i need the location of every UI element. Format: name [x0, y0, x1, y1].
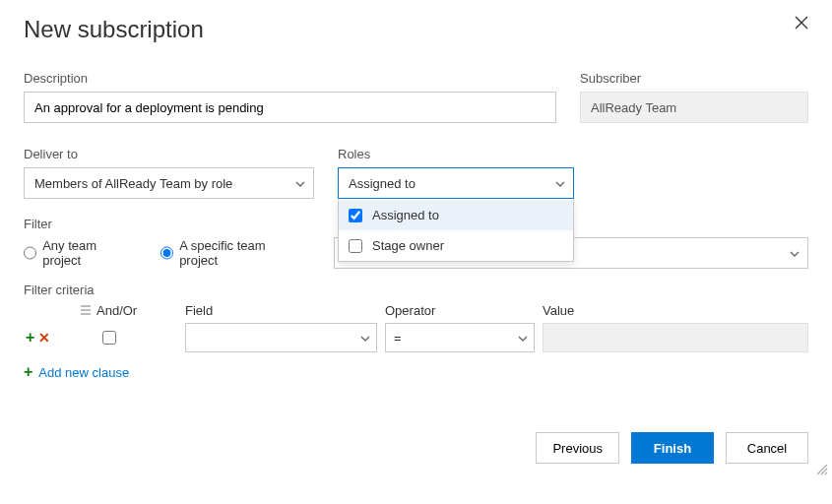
previous-button[interactable]: Previous	[536, 432, 619, 464]
roles-select[interactable]: Assigned to Assigned to Stage owner	[338, 167, 574, 199]
filter-specific-label: A specific team project	[179, 238, 299, 268]
filter-criteria-label: Filter criteria	[24, 283, 808, 297]
chevron-down-icon	[360, 332, 370, 344]
subscriber-value: AllReady Team	[580, 92, 808, 123]
svg-rect-0	[81, 305, 91, 307]
criteria-header-operator: Operator	[385, 303, 535, 318]
chevron-down-icon	[518, 332, 528, 344]
svg-rect-2	[81, 313, 91, 315]
svg-rect-1	[81, 309, 91, 311]
add-new-clause-link[interactable]: + Add new clause	[24, 363, 129, 381]
criteria-value-input	[543, 323, 808, 352]
filter-label: Filter	[24, 217, 52, 231]
close-icon[interactable]	[791, 10, 812, 38]
filter-any-option[interactable]: Any team project	[24, 238, 133, 268]
chevron-down-icon	[790, 247, 800, 259]
criteria-header-field: Field	[185, 303, 377, 318]
plus-icon: +	[24, 363, 32, 381]
cancel-button[interactable]: Cancel	[726, 432, 808, 464]
roles-dropdown: Assigned to Stage owner	[338, 200, 574, 262]
drag-handle-icon	[75, 303, 96, 318]
dialog-title: New subscription	[24, 16, 808, 43]
roles-option[interactable]: Assigned to	[339, 200, 573, 230]
subscriber-text: AllReady Team	[591, 100, 676, 115]
criteria-header-value: Value	[543, 303, 808, 318]
filter-specific-radio[interactable]	[160, 246, 173, 260]
filter-specific-option[interactable]: A specific team project	[160, 238, 300, 268]
subscriber-label: Subscriber	[580, 71, 808, 86]
filter-any-radio[interactable]	[24, 246, 36, 260]
remove-row-icon[interactable]: ✕	[38, 330, 50, 346]
deliver-to-value: Members of AllReady Team by role	[34, 176, 232, 191]
chevron-down-icon	[555, 177, 565, 189]
roles-option-label: Assigned to	[372, 208, 439, 222]
description-label: Description	[24, 71, 556, 86]
criteria-field-select[interactable]	[185, 323, 377, 352]
description-input[interactable]	[24, 92, 556, 123]
criteria-header-andor: And/Or	[96, 303, 185, 318]
roles-option-checkbox[interactable]	[349, 239, 362, 253]
deliver-to-select[interactable]: Members of AllReady Team by role	[24, 167, 314, 199]
finish-button[interactable]: Finish	[631, 432, 714, 464]
roles-option-checkbox[interactable]	[349, 209, 362, 222]
add-row-icon[interactable]: +	[26, 329, 34, 346]
filter-any-label: Any team project	[42, 238, 133, 268]
criteria-row-checkbox[interactable]	[102, 331, 116, 345]
deliver-to-label: Deliver to	[24, 147, 314, 161]
add-new-clause-label: Add new clause	[38, 365, 129, 380]
resize-grip-icon	[814, 462, 828, 475]
criteria-operator-select[interactable]: =	[385, 323, 535, 352]
roles-option-label: Stage owner	[372, 238, 444, 253]
roles-label: Roles	[338, 147, 574, 161]
chevron-down-icon	[295, 177, 305, 189]
roles-option[interactable]: Stage owner	[339, 230, 573, 261]
roles-value: Assigned to	[349, 176, 416, 191]
criteria-operator-value: =	[394, 331, 402, 346]
